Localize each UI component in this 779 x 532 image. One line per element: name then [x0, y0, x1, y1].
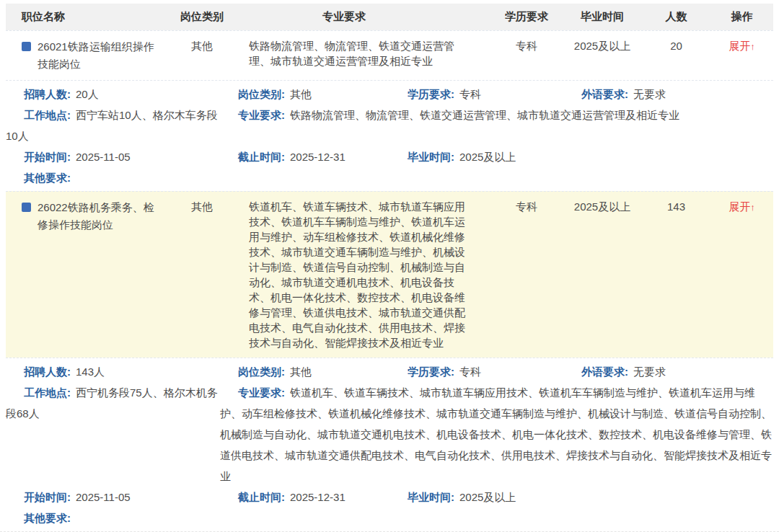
- detail-category: 岗位类别:其他: [220, 84, 390, 105]
- field-value: 20人: [76, 88, 99, 100]
- detail-major: 专业要求:铁道机车、铁道车辆技术、城市轨道车辆应用技术、铁道机车车辆制造与维护、…: [220, 382, 773, 487]
- field-value: 无要求: [633, 88, 666, 100]
- detail-major: 专业要求:铁路物流管理、物流管理、铁道交通运营管理、城市轨道交通运营管理及相近专…: [220, 105, 773, 125]
- field-label: 招聘人数:: [24, 365, 71, 378]
- field-value: 专科: [459, 88, 481, 100]
- field-label: 其他要求:: [24, 512, 71, 524]
- col-header-action: 操作: [710, 10, 773, 24]
- expand-link[interactable]: 展开↑: [729, 200, 755, 213]
- field-value: 2025及以上: [459, 491, 516, 503]
- field-label: 毕业时间:: [408, 151, 454, 163]
- detail-end-time: 截止时间:2025-12-31: [220, 146, 390, 167]
- detail-start-time: 开始时间:2025-11-05: [6, 146, 220, 167]
- job-listing: 26022铁路机务乘务、检修操作技能岗位 其他 铁道机车、铁道车辆技术、城市轨道…: [6, 191, 773, 531]
- detail-other: 其他要求:: [6, 167, 220, 188]
- field-value: 其他: [290, 365, 312, 378]
- field-label: 工作地点:: [24, 386, 71, 399]
- job-row[interactable]: 26021铁路运输组织操作技能岗位 其他 铁路物流管理、物流管理、铁道交通运营管…: [6, 30, 773, 80]
- expand-link[interactable]: 展开↑: [729, 40, 755, 52]
- field-label: 开始时间:: [24, 151, 71, 163]
- job-grad-time: 2025及以上: [563, 38, 642, 54]
- field-value: 2025及以上: [459, 151, 516, 163]
- job-education: 专科: [490, 199, 563, 215]
- expand-arrow-icon: ↑: [750, 41, 755, 52]
- detail-location: 工作地点:西宁机务段75人、格尔木机务段68人: [6, 382, 220, 424]
- detail-start-time: 开始时间:2025-11-05: [6, 487, 220, 507]
- detail-end-time: 截止时间:2025-12-31: [220, 487, 390, 507]
- field-label: 招聘人数:: [24, 88, 71, 100]
- field-value: 2025-11-05: [76, 151, 131, 163]
- job-title-cell: 26021铁路运输组织操作技能岗位: [6, 38, 166, 73]
- expand-arrow-icon: ↑: [750, 202, 755, 213]
- table-header-row: 职位名称 岗位类别 专业要求 学历要求 毕业时间 人数 操作: [6, 4, 773, 30]
- field-label: 截止时间:: [238, 151, 285, 163]
- col-header-grad-time: 毕业时间: [563, 10, 642, 24]
- job-detail-panel: 招聘人数:143人 岗位类别:其他 学历要求:专科 外语要求:无要求 工作地点:…: [6, 358, 773, 531]
- field-value: 2025-11-05: [76, 491, 131, 503]
- job-grad-time: 2025及以上: [563, 199, 642, 215]
- detail-foreign-lang: 外语要求:无要求: [561, 84, 773, 105]
- field-value: 143人: [76, 365, 105, 378]
- field-label: 岗位类别:: [238, 88, 285, 100]
- field-label: 专业要求:: [238, 109, 285, 121]
- job-listing: 26021铁路运输组织操作技能岗位 其他 铁路物流管理、物流管理、铁道交通运营管…: [6, 30, 773, 191]
- field-label: 专业要求:: [238, 386, 285, 399]
- detail-category: 岗位类别:其他: [220, 361, 390, 382]
- field-value: 其他: [290, 88, 312, 100]
- field-label: 外语要求:: [581, 88, 628, 100]
- job-headcount: 20: [642, 38, 710, 54]
- row-checkbox[interactable]: [22, 203, 31, 212]
- job-category: 其他: [166, 38, 238, 54]
- field-label: 学历要求:: [408, 365, 454, 378]
- field-label: 毕业时间:: [408, 491, 454, 503]
- field-value: 铁路物流管理、物流管理、铁道交通运营管理、城市轨道交通运营管理及相近专业: [290, 109, 679, 121]
- detail-other: 其他要求:: [6, 507, 220, 528]
- col-header-major: 专业要求: [238, 10, 490, 24]
- expand-label: 展开: [729, 200, 750, 213]
- field-label: 学历要求:: [408, 88, 454, 100]
- detail-grad-time: 毕业时间:2025及以上: [390, 487, 561, 507]
- field-label: 工作地点:: [24, 109, 71, 121]
- detail-education: 学历要求:专科: [390, 84, 561, 105]
- field-label: 截止时间:: [238, 491, 285, 503]
- job-title: 26021铁路运输组织操作技能岗位: [38, 38, 160, 73]
- field-value: 无要求: [633, 365, 666, 378]
- detail-foreign-lang: 外语要求:无要求: [561, 361, 773, 382]
- job-major: 铁路物流管理、物流管理、铁道交通运营管理、城市轨道交通运营管理及相近专业: [238, 38, 490, 68]
- field-value: 铁道机车、铁道车辆技术、城市轨道车辆应用技术、铁道机车车辆制造与维护、铁道机车运…: [220, 386, 772, 482]
- job-headcount: 143: [642, 199, 710, 215]
- field-label: 开始时间:: [24, 491, 71, 503]
- detail-location: 工作地点:西宁车站10人、格尔木车务段10人: [6, 105, 220, 146]
- job-detail-panel: 招聘人数:20人 岗位类别:其他 学历要求:专科 外语要求:无要求 工作地点:西…: [6, 80, 773, 191]
- job-major: 铁道机车、铁道车辆技术、城市轨道车辆应用技术、铁道机车车辆制造与维护、铁道机车运…: [238, 199, 490, 350]
- job-title: 26022铁路机务乘务、检修操作技能岗位: [38, 199, 160, 234]
- job-education: 专科: [490, 38, 563, 54]
- field-value: 专科: [459, 365, 481, 378]
- job-table: 职位名称 岗位类别 专业要求 学历要求 毕业时间 人数 操作 26021铁路运输…: [0, 0, 779, 532]
- field-value: 2025-12-31: [290, 151, 346, 163]
- job-category: 其他: [166, 199, 238, 215]
- field-label: 岗位类别:: [238, 365, 285, 378]
- field-value: 2025-12-31: [290, 491, 346, 503]
- row-checkbox[interactable]: [22, 42, 31, 51]
- detail-recruit-count: 招聘人数:143人: [6, 361, 220, 382]
- job-title-cell: 26022铁路机务乘务、检修操作技能岗位: [6, 199, 166, 234]
- col-header-category: 岗位类别: [166, 10, 238, 24]
- col-header-education: 学历要求: [490, 10, 563, 24]
- field-label: 外语要求:: [581, 365, 628, 378]
- detail-recruit-count: 招聘人数:20人: [6, 84, 220, 105]
- col-header-job-title: 职位名称: [6, 10, 166, 24]
- expand-label: 展开: [729, 40, 750, 52]
- field-label: 其他要求:: [24, 172, 71, 184]
- col-header-headcount: 人数: [642, 10, 710, 24]
- job-row[interactable]: 26022铁路机务乘务、检修操作技能岗位 其他 铁道机车、铁道车辆技术、城市轨道…: [6, 191, 773, 358]
- detail-grad-time: 毕业时间:2025及以上: [390, 146, 561, 167]
- detail-education: 学历要求:专科: [390, 361, 561, 382]
